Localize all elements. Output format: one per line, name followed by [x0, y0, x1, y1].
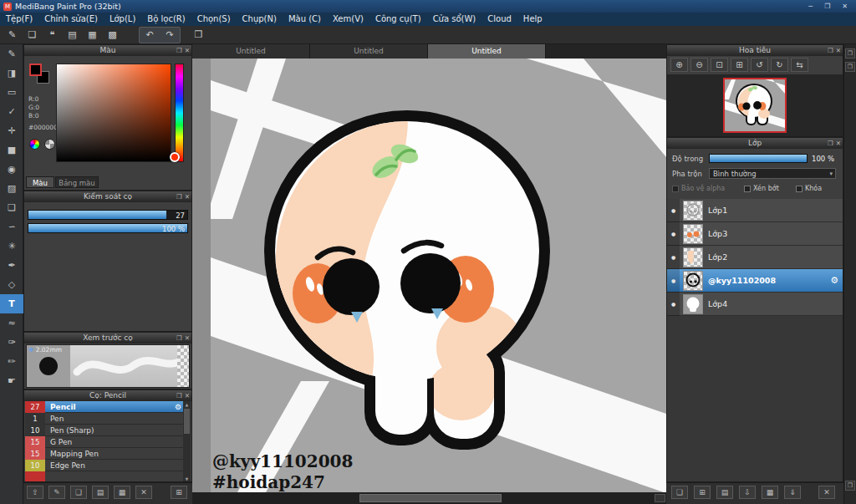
- popout-icon[interactable]: ❐: [176, 191, 182, 202]
- layer-folder-button[interactable]: ▤: [716, 486, 733, 499]
- popout-icon[interactable]: ❐: [828, 45, 833, 56]
- layer-row[interactable]: ● Lớp2: [667, 246, 843, 269]
- tab-color[interactable]: Màu: [26, 176, 54, 188]
- navigator-thumbnail[interactable]: [723, 78, 787, 133]
- undo-button[interactable]: ↶: [140, 28, 160, 43]
- close-icon[interactable]: ✕: [185, 191, 190, 202]
- document-tab[interactable]: Untitled: [192, 44, 310, 59]
- brush-edit-button[interactable]: ✎: [48, 486, 65, 499]
- brush-folder-button[interactable]: ▦: [114, 486, 130, 499]
- zoom-actual-button[interactable]: ⊞: [731, 58, 748, 72]
- lock-checkbox[interactable]: Khóa: [796, 185, 822, 192]
- menu-layer[interactable]: Lớp(L): [104, 13, 141, 26]
- menu-edit[interactable]: Chỉnh sửa(E): [38, 13, 104, 26]
- zoom-fit-button[interactable]: ⊡: [711, 58, 728, 72]
- menu-select[interactable]: Chọn(S): [191, 13, 237, 26]
- brush-tool[interactable]: ✎: [0, 44, 23, 64]
- minimize-button[interactable]: ─: [808, 0, 813, 13]
- pen-nib-tool[interactable]: ✒: [0, 256, 23, 275]
- menu-cloud[interactable]: Cloud: [482, 13, 517, 26]
- bucket-tool[interactable]: ◉: [0, 160, 23, 179]
- menu-color[interactable]: Màu (C): [283, 13, 327, 26]
- gradient-tool[interactable]: ▨: [0, 179, 23, 198]
- rotate-right-button[interactable]: ↻: [771, 58, 788, 72]
- redo-button[interactable]: ↷: [160, 28, 180, 43]
- layer-combine-button[interactable]: ▦: [762, 486, 778, 499]
- protect-alpha-checkbox[interactable]: Bảo vệ alpha: [672, 185, 725, 192]
- saturation-value-picker[interactable]: [56, 64, 171, 162]
- brush-add-button[interactable]: ❏: [70, 486, 87, 499]
- layer-visibility-dot[interactable]: ●: [667, 269, 680, 293]
- select-pen-tool[interactable]: ✓: [0, 102, 23, 121]
- document-tab-active[interactable]: Untitled: [428, 44, 546, 59]
- zoom-in-button[interactable]: ⊕: [670, 58, 688, 72]
- marquee-tool[interactable]: ▭: [0, 83, 23, 102]
- shape-tool[interactable]: ◇: [0, 275, 23, 294]
- menu-view[interactable]: Xem(V): [327, 13, 369, 26]
- foreground-color-swatch[interactable]: [29, 64, 42, 76]
- lasso-tool[interactable]: ∽: [0, 217, 23, 237]
- brush-list-scrollbar[interactable]: ▲ ▼: [183, 401, 191, 482]
- close-icon[interactable]: ✕: [185, 45, 190, 56]
- brush-item[interactable]: 10 Edge Pen: [25, 460, 184, 471]
- scroll-up-icon[interactable]: ▲: [183, 401, 191, 408]
- eraser-tool[interactable]: ◨: [0, 64, 23, 83]
- brush-settings-icon[interactable]: ✎: [3, 28, 21, 43]
- canvas-surface[interactable]: @kyy11102008 #hoidap247: [192, 59, 666, 492]
- new-canvas-icon[interactable]: ❏: [23, 28, 41, 43]
- close-button[interactable]: ✕: [842, 0, 848, 13]
- zoom-out-button[interactable]: ⊖: [690, 58, 708, 72]
- popout-icon[interactable]: ❐: [176, 390, 182, 401]
- layer-merge-button[interactable]: ⇓: [784, 486, 801, 499]
- menu-window[interactable]: Cửa sổ(W): [427, 13, 482, 26]
- grid-icon[interactable]: ▦: [84, 28, 101, 43]
- rotate-left-button[interactable]: ↺: [751, 58, 768, 72]
- brush-sort-button[interactable]: ⇧: [27, 486, 43, 499]
- popout-icon[interactable]: ❐: [828, 138, 833, 149]
- menu-snap[interactable]: Chụp(N): [237, 13, 283, 26]
- brush-duplicate-button[interactable]: ▤: [92, 486, 109, 499]
- dock-panel-icon-1[interactable]: ❐: [845, 48, 855, 59]
- clipping-checkbox[interactable]: Xén bớt: [744, 185, 779, 192]
- curve-tool[interactable]: ≈: [0, 313, 23, 333]
- horizontal-scrollbar[interactable]: [192, 492, 666, 504]
- brush-item[interactable]: 1 Pen: [25, 413, 184, 425]
- close-icon[interactable]: ✕: [836, 45, 841, 56]
- layer-row[interactable]: ● Lớp4: [667, 293, 843, 316]
- layer-visibility-dot[interactable]: ●: [667, 246, 680, 269]
- dock-panel-icon-2[interactable]: ❐: [845, 62, 855, 72]
- brush-size-slider[interactable]: 27: [28, 210, 188, 220]
- text-tool[interactable]: T: [0, 294, 23, 313]
- close-icon[interactable]: ✕: [185, 390, 190, 401]
- document-icon[interactable]: ▤: [64, 28, 81, 43]
- menu-help[interactable]: Help: [517, 13, 548, 26]
- brush-opacity-slider[interactable]: 100 %: [28, 223, 188, 233]
- material-icon[interactable]: ▩: [104, 28, 121, 43]
- layer-visibility-dot[interactable]: ●: [667, 222, 680, 246]
- brush-item[interactable]: 15 G Pen: [25, 436, 184, 448]
- layer-visibility-dot[interactable]: ●: [667, 199, 680, 222]
- layer-delete-button[interactable]: ✕: [818, 486, 835, 499]
- brush-item[interactable]: 15 Mapping Pen: [25, 448, 184, 460]
- layer-row[interactable]: ● Lớp1: [667, 199, 843, 222]
- magic-wand-tool[interactable]: ✳: [0, 237, 23, 256]
- transparent-color-button[interactable]: [44, 139, 55, 150]
- brush-delete-button[interactable]: ✕: [135, 486, 152, 499]
- hue-cursor[interactable]: [170, 152, 180, 162]
- flip-button[interactable]: ⇆: [791, 58, 808, 72]
- layer-add-button[interactable]: ❏: [671, 486, 688, 499]
- navigator-view[interactable]: [667, 74, 843, 136]
- blend-mode-select[interactable]: Bình thường ▾: [709, 168, 836, 179]
- menu-filter[interactable]: Bộ lọc(R): [141, 13, 191, 26]
- layer-transfer-button[interactable]: ⇩: [739, 486, 756, 499]
- hand-tool[interactable]: ☛: [0, 371, 23, 390]
- brush-item[interactable]: 27 Pencil ⚙: [25, 401, 184, 413]
- fill-rect-tool[interactable]: ■: [0, 140, 23, 160]
- menu-tools[interactable]: Công cụ(T): [369, 13, 427, 26]
- brush-item[interactable]: [25, 471, 184, 482]
- popout-icon[interactable]: ❐: [176, 333, 182, 344]
- color-wheel-button[interactable]: [29, 139, 40, 150]
- layer-visibility-dot[interactable]: ●: [667, 293, 680, 316]
- layer-row[interactable]: ● Lớp3: [667, 222, 843, 246]
- menu-file[interactable]: Tệp(F): [0, 13, 38, 26]
